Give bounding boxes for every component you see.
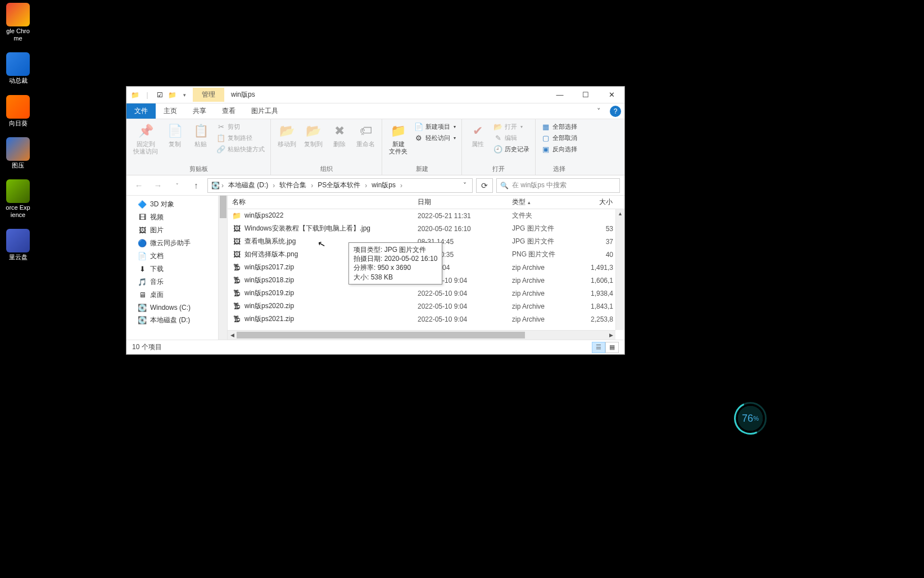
desktop-icon-1[interactable]: 动总裁	[0, 52, 36, 84]
desktop-icon-label: 里云盘	[9, 254, 28, 261]
column-date[interactable]: 日期	[413, 197, 508, 207]
chevron-right-icon[interactable]: ›	[220, 182, 225, 189]
column-name[interactable]: 名称	[228, 197, 413, 207]
select-none-button[interactable]: ▢全部取消	[539, 133, 579, 143]
file-row[interactable]: 🗜win版ps2019.zip2022-05-10 9:04zip Archiv…	[228, 287, 624, 300]
chevron-right-icon[interactable]: ›	[399, 182, 404, 189]
minimize-button[interactable]: —	[547, 87, 573, 103]
delete-button[interactable]: ✖删除	[327, 121, 352, 149]
filelist-horizontal-scrollbar[interactable]: ◀ ▶	[228, 330, 615, 340]
manage-contextual-tab[interactable]: 管理	[193, 88, 224, 102]
nav-item-6[interactable]: 🎵音乐	[126, 276, 227, 288]
chevron-right-icon[interactable]: ›	[364, 182, 368, 189]
copy-path-button[interactable]: 📋复制路径	[214, 133, 267, 143]
invert-selection-button[interactable]: ▣反向选择	[539, 144, 579, 154]
select-all-button[interactable]: ▦全部选择	[539, 121, 579, 132]
desktop-icon-5[interactable]: 里云盘	[0, 229, 36, 261]
easy-access-button[interactable]: ⚙轻松访问▾	[412, 133, 458, 143]
history-button[interactable]: 🕘历史记录	[491, 144, 532, 154]
nav-item-0[interactable]: 🔷3D 对象	[126, 198, 227, 211]
nav-item-9[interactable]: 💽本地磁盘 (D:)	[126, 314, 227, 327]
column-type[interactable]: 类型▴	[508, 197, 577, 207]
nav-item-4[interactable]: 📄文档	[126, 250, 227, 263]
desktop-icon-2[interactable]: 向日葵	[0, 95, 36, 127]
breadcrumb-item-0[interactable]: 本地磁盘 (D:)	[225, 180, 271, 190]
desktop-icon-3[interactable]: 图压	[0, 137, 36, 169]
breadcrumb-item-3[interactable]: win版ps	[368, 180, 399, 190]
navigation-pane[interactable]: 🔷3D 对象🎞视频🖼图片🔵微云同步助手📄文档⬇下载🎵音乐🖥桌面💽Windows …	[126, 196, 228, 340]
file-row[interactable]: 🖼Windows安装教程【下载到电脑上看】.jpg2020-05-02 16:1…	[228, 222, 624, 235]
scroll-left-icon[interactable]: ◀	[228, 332, 237, 338]
nav-forward-button[interactable]: →	[150, 178, 166, 193]
app-icon	[6, 137, 30, 161]
nav-item-label: 视频	[150, 213, 164, 222]
chevron-right-icon[interactable]: ›	[310, 182, 314, 189]
column-headers: 名称 日期 类型▴ 大小	[228, 196, 624, 209]
paste-button[interactable]: 📋 粘贴	[188, 121, 213, 149]
nav-back-button[interactable]: ←	[131, 178, 147, 193]
nav-item-8[interactable]: 💽Windows (C:)	[126, 301, 227, 314]
copy-to-button[interactable]: 📂复制到	[301, 121, 326, 149]
properties-button[interactable]: ✔属性	[465, 121, 490, 149]
scroll-up-icon[interactable]: ▲	[616, 209, 624, 218]
nav-item-3[interactable]: 🔵微云同步助手	[126, 237, 227, 250]
tab-view[interactable]: 查看	[214, 103, 243, 119]
new-folder-button[interactable]: 📁新建 文件夹	[386, 121, 411, 156]
group-label-open: 打开	[465, 164, 532, 174]
dropdown-icon[interactable]: ▾	[179, 90, 189, 100]
details-view-button[interactable]: ☰	[592, 342, 605, 353]
breadcrumb[interactable]: 💽 › 本地磁盘 (D:) › 软件合集 › PS全版本软件 › win版ps …	[207, 178, 473, 193]
scrollbar-thumb[interactable]	[220, 196, 227, 218]
nav-item-7[interactable]: 🖥桌面	[126, 288, 227, 301]
file-row[interactable]: 🗜win版ps2021.zip2022-05-10 9:04zip Archiv…	[228, 313, 624, 326]
cut-button[interactable]: ✂剪切	[214, 121, 267, 132]
navpane-scrollbar[interactable]	[218, 196, 227, 340]
column-size[interactable]: 大小	[577, 197, 624, 207]
cell-type: JPG 图片文件	[508, 224, 577, 233]
move-to-button[interactable]: 📂移动到	[274, 121, 300, 149]
new-item-button[interactable]: 📄新建项目▾	[412, 121, 458, 132]
explorer-window: 📁 | ☑ 📁 ▾ 管理 win版ps — ☐ ✕ 文件 主页 共享 查看 图片…	[126, 86, 625, 355]
refresh-button[interactable]: ⟳	[476, 178, 493, 193]
desktop-icon-0[interactable]: gle Chrome	[0, 3, 36, 42]
nav-item-5[interactable]: ⬇下载	[126, 263, 227, 276]
file-name: Windows安装教程【下载到电脑上看】.jpg	[244, 224, 370, 233]
help-button[interactable]: ?	[610, 106, 621, 117]
copy-button[interactable]: 📄 复制	[162, 121, 187, 149]
close-button[interactable]: ✕	[599, 87, 624, 103]
pin-quick-access-button[interactable]: 📌 固定到 快速访问	[130, 121, 161, 156]
file-row[interactable]: 🗜win版ps2020.zip2022-05-10 9:04zip Archiv…	[228, 300, 624, 313]
checkbox-icon[interactable]: ☑	[155, 90, 165, 100]
edit-button[interactable]: ✎编辑	[491, 133, 532, 143]
breadcrumb-item-2[interactable]: PS全版本软件	[314, 180, 364, 190]
nav-item-label: 图片	[150, 225, 164, 235]
breadcrumb-dropdown-button[interactable]: ˅	[460, 182, 470, 189]
thumbnails-view-button[interactable]: ▦	[605, 342, 619, 353]
folder-small-icon: 📁	[167, 90, 177, 100]
tab-share[interactable]: 共享	[185, 103, 214, 119]
open-button[interactable]: 📂打开▾	[491, 121, 532, 132]
tab-picture-tools[interactable]: 图片工具	[243, 103, 286, 119]
search-input[interactable]: 🔍 在 win版ps 中搜索	[496, 178, 620, 193]
rename-button[interactable]: 🏷重命名	[353, 121, 378, 149]
nav-item-2[interactable]: 🖼图片	[126, 224, 227, 237]
nav-up-button[interactable]: ↑	[188, 178, 204, 193]
nav-item-1[interactable]: 🎞视频	[126, 211, 227, 224]
tab-file[interactable]: 文件	[126, 103, 156, 119]
navpane-items: 🔷3D 对象🎞视频🖼图片🔵微云同步助手📄文档⬇下载🎵音乐🖥桌面💽Windows …	[126, 198, 227, 327]
folder-icon: 📁	[130, 90, 140, 100]
desktop-icon-4[interactable]: orce Expience	[0, 179, 36, 219]
tab-home[interactable]: 主页	[156, 103, 185, 119]
breadcrumb-item-1[interactable]: 软件合集	[276, 180, 310, 190]
collapse-ribbon-button[interactable]: ˅	[591, 103, 606, 119]
paste-shortcut-button[interactable]: 🔗粘贴快捷方式	[214, 144, 267, 154]
file-row[interactable]: 📁win版ps20222022-05-21 11:31文件夹	[228, 209, 624, 222]
scrollbar-thumb[interactable]	[237, 332, 525, 338]
maximize-button[interactable]: ☐	[573, 87, 599, 103]
scroll-right-icon[interactable]: ▶	[606, 332, 615, 338]
nav-recent-button[interactable]: ˅	[169, 178, 185, 193]
filelist-vertical-scrollbar[interactable]: ▲	[615, 209, 624, 330]
window-title: win版ps	[224, 90, 547, 100]
nav-item-icon: 📄	[138, 252, 147, 261]
chevron-right-icon[interactable]: ›	[271, 182, 276, 189]
